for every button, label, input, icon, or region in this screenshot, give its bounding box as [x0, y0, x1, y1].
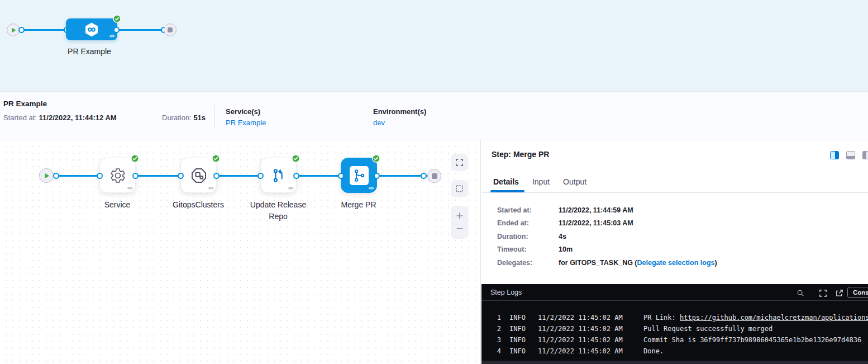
services-label: Service(s): [226, 107, 266, 116]
log-level: INFO: [509, 312, 530, 323]
detail-label: Ended at:: [497, 219, 559, 227]
tab-details[interactable]: Details: [493, 177, 519, 186]
connector-port: [421, 173, 427, 179]
connector-port: [53, 173, 59, 179]
success-check-icon: [372, 154, 380, 165]
step-node-merge-pr[interactable]: </>: [341, 158, 377, 193]
layout-minimize-panel-icon[interactable]: [862, 151, 868, 159]
panel-layout-toggles: [830, 151, 868, 159]
execution-graph-canvas[interactable]: </> Service </> GitopsClusters </>: [0, 140, 481, 364]
step-node-service[interactable]: </>: [99, 158, 136, 193]
step-panel-title: Step: Merge PR: [492, 150, 549, 159]
gitops-stage-icon: [83, 21, 101, 39]
connector-port: [97, 173, 103, 179]
detail-label: Delegates:: [497, 259, 559, 267]
step-label: Service: [87, 199, 148, 211]
layout-right-panel-icon[interactable]: [830, 151, 839, 159]
git-branch-icon: [352, 168, 366, 183]
log-fullscreen-button[interactable]: [819, 289, 827, 300]
execution-info-bar: PR Example Started at: 11/2/2022, 11:44:…: [0, 92, 868, 140]
graph-end-node[interactable]: [427, 169, 441, 183]
detail-label: Started at:: [497, 206, 559, 214]
log-open-in-new-button[interactable]: [835, 289, 843, 300]
code-glyph: </>: [109, 34, 115, 39]
detail-row: Duration: 4s: [481, 230, 868, 243]
success-check-icon: [292, 154, 300, 165]
fullscreen-icon: [819, 289, 827, 297]
detail-row-delegates: Delegates: for GITOPS_TASK_NG (Delegate …: [481, 256, 868, 270]
success-check-icon: [113, 15, 121, 25]
step-node-gitopsclusters[interactable]: </>: [180, 158, 217, 193]
environment-link[interactable]: dev: [373, 119, 426, 127]
zoom-control[interactable]: [451, 206, 468, 239]
tab-output[interactable]: Output: [563, 177, 586, 186]
code-glyph: </>: [288, 186, 293, 191]
pr-link[interactable]: https://github.com/michaelcretzman/appli…: [680, 314, 868, 322]
step-icon-card: [350, 166, 369, 185]
log-message: Pull Request successfully merged: [643, 323, 868, 334]
log-line: 1 INFO 11/2/2022 11:45:02 AM PR Link: ht…: [481, 312, 868, 323]
selection-button[interactable]: [451, 180, 468, 197]
detail-label: Duration:: [497, 233, 559, 240]
environments-label: Environment(s): [373, 107, 426, 116]
divider: [481, 192, 868, 193]
duration-row: Duration: 51s: [162, 114, 206, 122]
step-logs-header: Step Logs Conso: [481, 284, 868, 301]
log-message: Done.: [643, 346, 868, 357]
zoom-in-icon[interactable]: [455, 211, 464, 220]
log-line-number: 2: [494, 323, 501, 334]
layout-bottom-panel-icon[interactable]: [846, 151, 855, 159]
code-glyph: </>: [208, 186, 213, 191]
step-logs-panel: Step Logs Conso 1 INFO 11/2/2022 11:45:0…: [481, 284, 868, 364]
connector-port: [374, 173, 380, 179]
log-timestamp: 11/2/2022 11:45:02 AM: [538, 346, 643, 357]
detail-value: 10m: [559, 245, 573, 253]
code-glyph: </>: [369, 186, 374, 191]
log-search-button[interactable]: [797, 289, 804, 299]
gear-icon: [109, 167, 126, 184]
step-logs-title: Step Logs: [490, 289, 522, 296]
stage-label: PR Example: [56, 47, 123, 56]
pipeline-start-node[interactable]: [7, 23, 20, 36]
detail-value: 11/2/2022, 11:44:59 AM: [559, 206, 633, 214]
connector-port: [113, 27, 120, 33]
play-icon: [10, 27, 17, 34]
detail-value: for GITOPS_TASK_NG (Delegate selection l…: [559, 259, 717, 267]
log-lines: 1 INFO 11/2/2022 11:45:02 AM PR Link: ht…: [481, 312, 868, 357]
log-line: 3 INFO 11/2/2022 11:45:02 AM Commit Sha …: [481, 334, 868, 346]
log-line-number: 3: [494, 334, 501, 346]
step-label: Update Release Repo: [247, 199, 309, 223]
log-line: 4 INFO 11/2/2022 11:45:02 AM Done.: [481, 346, 868, 357]
console-view-button[interactable]: Conso: [847, 287, 868, 298]
detail-value: 4s: [559, 233, 566, 240]
step-node-update-release-repo[interactable]: </>: [260, 158, 297, 193]
service-link[interactable]: PR Example: [226, 119, 266, 127]
connector-port: [213, 173, 220, 179]
tab-input[interactable]: Input: [532, 177, 550, 186]
clusters-icon: [190, 167, 208, 185]
graph-start-node[interactable]: [39, 168, 54, 183]
zoom-out-icon[interactable]: [455, 224, 464, 233]
stage-node-pr-example[interactable]: </>: [66, 18, 117, 40]
fullscreen-button[interactable]: [451, 154, 468, 171]
started-at-label: Started at:: [3, 114, 39, 122]
log-message: Commit Sha is 36f99ff737b98986045365e1b2…: [643, 334, 868, 346]
step-label: Merge PR: [328, 199, 389, 211]
log-line-number: 4: [494, 346, 501, 357]
log-scrollbar[interactable]: [481, 361, 868, 364]
pipeline-title: PR Example: [3, 100, 47, 108]
connector-port: [338, 173, 344, 179]
external-link-icon: [835, 289, 843, 297]
stop-icon: [432, 173, 437, 179]
delegate-selection-logs-link[interactable]: Delegate selection logs: [637, 259, 715, 267]
fullscreen-icon: [455, 158, 464, 167]
detail-row: Timeout: 10m: [481, 243, 868, 257]
pipeline-end-node[interactable]: [164, 23, 177, 36]
delegates-suffix: ): [714, 259, 717, 267]
log-line-number: 1: [494, 312, 501, 323]
stop-icon: [168, 27, 173, 32]
detail-label: Timeout:: [497, 245, 559, 253]
detail-row: Started at: 11/2/2022, 11:44:59 AM: [481, 204, 868, 217]
detail-row: Ended at: 11/2/2022, 11:45:03 AM: [481, 217, 868, 230]
connector-port: [257, 173, 264, 179]
